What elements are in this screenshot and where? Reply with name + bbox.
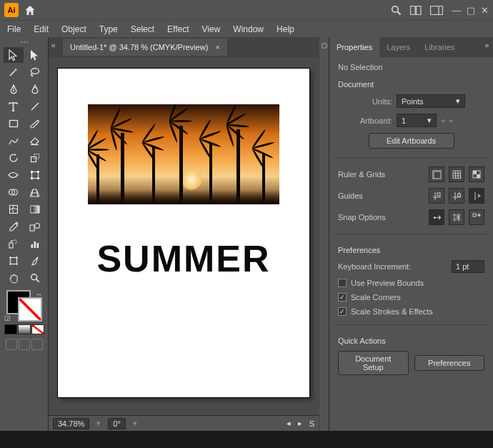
scale-strokes-checkbox[interactable]: ✓Scale Strokes & Effects (338, 307, 484, 316)
collapse-right-icon[interactable]: » (484, 41, 489, 49)
draw-normal-icon[interactable] (6, 339, 17, 350)
workspace-icon[interactable] (430, 6, 443, 15)
lasso-tool[interactable] (25, 64, 45, 80)
mesh-tool[interactable] (4, 201, 24, 217)
direct-selection-tool[interactable] (25, 47, 45, 63)
blend-tool[interactable] (25, 219, 45, 234)
tab-libraries[interactable]: Libraries (417, 37, 462, 57)
perspective-tool[interactable] (25, 184, 45, 200)
menu-edit[interactable]: Edit (34, 24, 49, 34)
document-tab[interactable]: Untitled-1* @ 34.78 % (CMYK/Preview) × (63, 39, 227, 56)
symbol-sprayer-tool[interactable] (4, 236, 24, 252)
artboard-tool[interactable] (4, 253, 24, 269)
maximize-button[interactable]: ▢ (467, 5, 475, 16)
type-tool[interactable] (4, 99, 24, 114)
menu-type[interactable]: Type (99, 24, 118, 34)
search-icon[interactable] (391, 5, 402, 16)
tab-properties[interactable]: Properties (329, 37, 379, 57)
scroll-right-icon[interactable]: ▸ (298, 419, 302, 428)
selection-tool[interactable] (4, 47, 24, 63)
grid-icon[interactable] (449, 166, 464, 182)
units-select[interactable]: Points▾ (397, 94, 465, 108)
smart-guides-icon[interactable] (469, 188, 484, 204)
stroke-swatch[interactable] (18, 297, 42, 322)
snap-pixel-icon[interactable] (469, 209, 484, 225)
close-button[interactable]: ✕ (481, 5, 489, 16)
color-mode-icon[interactable] (4, 324, 17, 334)
svg-rect-3 (417, 6, 422, 14)
artboard[interactable]: SUMMER (58, 69, 309, 397)
free-transform-tool[interactable] (25, 167, 45, 183)
placed-image[interactable] (88, 104, 279, 204)
guides-lock-icon[interactable] (449, 188, 464, 204)
close-tab-icon[interactable]: × (215, 43, 219, 51)
pen-tool[interactable] (4, 81, 24, 97)
magic-wand-tool[interactable] (4, 64, 24, 80)
paintbrush-tool[interactable] (25, 116, 45, 131)
snap-grid-icon[interactable] (449, 209, 464, 225)
text-object[interactable]: SUMMER (96, 237, 270, 280)
slice-tool[interactable] (25, 253, 45, 269)
eyedropper-tool[interactable] (4, 219, 24, 234)
minimize-button[interactable]: — (452, 5, 461, 16)
menu-select[interactable]: Select (131, 24, 154, 34)
menu-help[interactable]: Help (277, 24, 294, 34)
gradient-tool[interactable] (25, 201, 45, 217)
svg-point-0 (392, 6, 399, 12)
edit-artboards-button[interactable]: Edit Artboards (369, 133, 454, 149)
svg-point-29 (15, 243, 16, 244)
curvature-tool[interactable] (25, 81, 45, 97)
svg-point-47 (433, 216, 435, 218)
canvas[interactable]: SUMMER (49, 57, 319, 415)
transparency-grid-icon[interactable] (469, 166, 484, 182)
ruler-icon[interactable] (429, 166, 444, 182)
hand-tool[interactable] (4, 270, 24, 286)
draw-inside-icon[interactable] (31, 339, 43, 350)
line-tool[interactable] (25, 99, 45, 114)
artboard-select[interactable]: 1▾ (397, 114, 437, 127)
document-tab-title: Untitled-1* @ 34.78 % (CMYK/Preview) (70, 43, 208, 51)
svg-line-35 (36, 279, 39, 282)
menu-file[interactable]: File (7, 24, 21, 34)
scale-tool[interactable] (25, 150, 45, 166)
column-graph-tool[interactable] (25, 236, 45, 252)
snap-point-icon[interactable] (429, 209, 444, 225)
zoom-field[interactable]: 34.78% (53, 418, 89, 429)
menu-object[interactable]: Object (61, 24, 86, 34)
preferences-button[interactable]: Preferences (414, 355, 485, 371)
none-mode-icon[interactable] (31, 324, 44, 334)
menu-view[interactable]: View (202, 24, 221, 34)
fill-stroke-swatches[interactable]: ↔ ◲ (4, 290, 44, 322)
document-setup-button[interactable]: Document Setup (338, 351, 409, 375)
svg-point-7 (31, 69, 39, 74)
guides-show-icon[interactable] (429, 188, 444, 204)
width-tool[interactable] (4, 167, 24, 183)
menu-effect[interactable]: Effect (167, 24, 189, 34)
rectangle-tool[interactable] (4, 116, 24, 131)
eraser-tool[interactable] (25, 133, 45, 149)
properties-panel: Properties Layers Libraries » No Selecti… (329, 37, 493, 431)
rotate-tool[interactable] (4, 150, 24, 166)
menu-window[interactable]: Window (233, 24, 264, 34)
collapsed-panel-strip[interactable] (319, 37, 329, 431)
tab-layers[interactable]: Layers (379, 37, 417, 57)
scroll-left-icon[interactable]: ◂ (287, 419, 291, 428)
collapse-left-icon[interactable]: « (51, 41, 56, 49)
rotate-field[interactable]: 0° (108, 418, 126, 429)
swap-fill-stroke-icon[interactable]: ↔ (36, 290, 43, 298)
zoom-tool[interactable] (25, 270, 45, 286)
draw-behind-icon[interactable] (19, 339, 30, 350)
shaper-tool[interactable] (4, 133, 24, 149)
shape-builder-tool[interactable] (4, 184, 24, 200)
svg-point-28 (16, 241, 17, 242)
keyboard-increment-input[interactable]: 1 pt (452, 260, 484, 273)
home-icon[interactable] (24, 5, 36, 16)
gradient-mode-icon[interactable] (18, 324, 31, 334)
preview-bounds-checkbox[interactable]: Use Preview Bounds (338, 279, 484, 287)
guides-label: Guides (338, 191, 424, 200)
next-artboard-icon[interactable]: ▸ (449, 116, 454, 125)
default-fill-stroke-icon[interactable]: ◲ (4, 314, 11, 322)
prev-artboard-icon[interactable]: ◂ (441, 116, 445, 125)
arrange-docs-icon[interactable] (410, 6, 422, 15)
scale-corners-checkbox[interactable]: ✓Scale Corners (338, 293, 484, 302)
